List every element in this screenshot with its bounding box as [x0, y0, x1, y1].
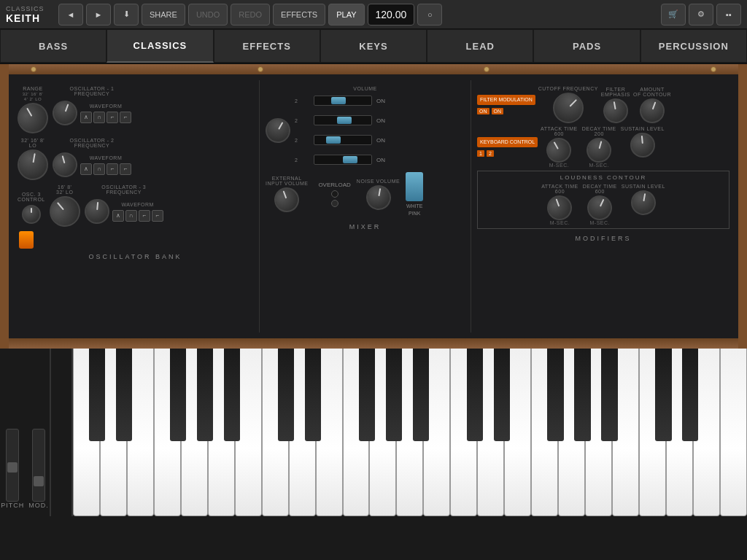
black-key-9[interactable] [305, 349, 321, 441]
black-key-5[interactable] [197, 349, 213, 441]
pitch-thumb [7, 462, 18, 472]
screw-right [711, 66, 716, 72]
filter-mod-label: FILTER MODULATION [477, 95, 535, 104]
osc2-wave3[interactable]: ⌐ [107, 163, 118, 175]
filter-emphasis-knob[interactable] [601, 96, 630, 125]
slider-4[interactable] [314, 155, 372, 165]
black-key-19[interactable] [574, 349, 590, 441]
lc-sustain-knob[interactable] [629, 188, 657, 217]
lc-decay-knob[interactable] [584, 191, 616, 224]
preset-pads[interactable]: PADS [533, 29, 640, 63]
preset-effects[interactable]: EFFECTS [214, 29, 320, 63]
mod-slider[interactable] [32, 429, 45, 502]
range-knob-osc1[interactable] [12, 97, 53, 139]
black-key-23[interactable] [682, 349, 698, 441]
osc2-wave4[interactable]: ⌐ [120, 163, 131, 175]
black-key-8[interactable] [278, 349, 294, 441]
decay-knob-1[interactable] [584, 135, 614, 166]
black-key-1[interactable] [89, 349, 105, 441]
kbd-ctrl-on-1: 1 [477, 150, 484, 157]
preset-percussion[interactable]: PERCUSSION [640, 29, 747, 63]
range-knob-group-osc2: 32' 16' 8'LO [18, 138, 48, 180]
noise-vol-knob[interactable] [364, 183, 392, 211]
top-bar: CLASSICS KEITH ◄ ► ⬇ SHARE UNDO REDO EFF… [0, 0, 747, 29]
preset-lead[interactable]: LEAD [427, 29, 533, 63]
app-title: KEITH [6, 12, 50, 24]
osc2-freq-knob[interactable] [50, 149, 80, 180]
black-key-2[interactable] [116, 349, 132, 441]
redo-button[interactable]: REDO [231, 4, 270, 26]
pitch-slider[interactable] [6, 429, 19, 502]
osc3-wave2[interactable]: ∩ [125, 210, 137, 222]
osc1-wave1[interactable]: ∧ [80, 112, 92, 123]
oscillator-bank: RANGE32' 16' 8'4' 2' LO OSCILLATOR - 1FR… [12, 80, 260, 332]
share-button[interactable]: SHARE [142, 4, 185, 26]
undo-button[interactable]: UNDO [188, 4, 228, 26]
range-label-osc3: 16' 8'32' LO [56, 184, 73, 195]
osc1-freq-knob[interactable] [49, 97, 81, 129]
rewind-button[interactable]: ◄ [58, 4, 83, 26]
slider-label-1: 2 [295, 98, 309, 104]
black-key-4[interactable] [170, 349, 186, 441]
black-key-11[interactable] [359, 349, 375, 441]
osc3-lever[interactable] [19, 231, 34, 249]
slider-3[interactable] [314, 135, 372, 145]
preset-keys[interactable]: KEYS [320, 29, 427, 63]
osc2-waveform-label: WAVEFORM [80, 155, 131, 160]
slider-1[interactable] [314, 96, 372, 106]
amount-contour-knob[interactable] [636, 95, 668, 127]
black-key-15[interactable] [467, 349, 483, 441]
osc3-ctrl-knob[interactable] [22, 205, 41, 224]
osc3-wave1[interactable]: ∧ [112, 210, 124, 222]
attack-knob-1[interactable] [542, 133, 576, 167]
osc1-label: OSCILLATOR - 1FREQUENCY [70, 86, 115, 96]
on-label-4: ON [376, 157, 390, 163]
settings-button[interactable]: ⚙ [689, 4, 713, 26]
osc1-wave4[interactable]: ⌐ [120, 112, 131, 123]
range-label: RANGE32' 16' 8'4' 2' LO [23, 86, 43, 101]
filter-mod-on: ON [477, 108, 489, 114]
osc2-label: OSCILLATOR - 2FREQUENCY [70, 138, 115, 148]
handle-button[interactable]: ▪▪ [716, 4, 741, 26]
pink-label: PINK [409, 211, 420, 216]
range-knob-osc3[interactable] [43, 190, 86, 233]
osc3-wave4[interactable]: ⌐ [152, 210, 163, 222]
black-key-12[interactable] [386, 349, 402, 441]
volume-knob[interactable] [261, 113, 295, 147]
black-key-20[interactable] [601, 349, 617, 441]
white-noise-toggle[interactable] [406, 172, 423, 201]
play-button[interactable]: ► [86, 4, 111, 26]
kbd-ctrl-label: KEYBOARD CONTROL [477, 137, 538, 147]
osc3-freq-knob[interactable] [83, 198, 110, 225]
sustain-knob-1[interactable] [629, 132, 656, 159]
osc-bank-label: OSCILLATOR BANK [18, 253, 253, 260]
osc2-wave2[interactable]: ∩ [93, 163, 105, 175]
black-key-16[interactable] [494, 349, 510, 441]
pitch-label: PITCH [1, 502, 24, 509]
play-mode-button[interactable]: PLAY [328, 4, 364, 26]
metronome-button[interactable]: ○ [417, 4, 442, 26]
osc1-wave2[interactable]: ∩ [93, 112, 105, 123]
screw-center-left [258, 66, 263, 72]
osc3-wave3[interactable]: ⌐ [139, 210, 150, 222]
lc-decay-label: DECAY TIME600 [583, 184, 617, 194]
record-button[interactable]: ⬇ [114, 4, 139, 26]
slider-label-3: 2 [295, 138, 309, 143]
slider-row-3: 2 ON [295, 135, 390, 145]
range-knob-osc2[interactable] [15, 147, 51, 183]
effects-button[interactable]: EFFECTS [273, 4, 325, 26]
store-button[interactable]: 🛒 [661, 4, 686, 26]
black-key-18[interactable] [547, 349, 563, 441]
preset-bass[interactable]: BASS [0, 29, 107, 63]
black-key-6[interactable] [224, 349, 240, 441]
slider-2[interactable] [314, 115, 372, 125]
black-key-22[interactable] [655, 349, 671, 441]
preset-classics[interactable]: CLASSICS [107, 29, 213, 63]
osc2-wave1[interactable]: ∧ [80, 163, 92, 175]
ext-input-knob[interactable] [271, 184, 303, 216]
lc-attack-knob[interactable] [544, 192, 576, 224]
osc1-wave3[interactable]: ⌐ [107, 112, 118, 123]
screw-center-right [484, 66, 489, 72]
black-key-13[interactable] [413, 349, 429, 441]
cutoff-knob[interactable] [546, 86, 589, 129]
